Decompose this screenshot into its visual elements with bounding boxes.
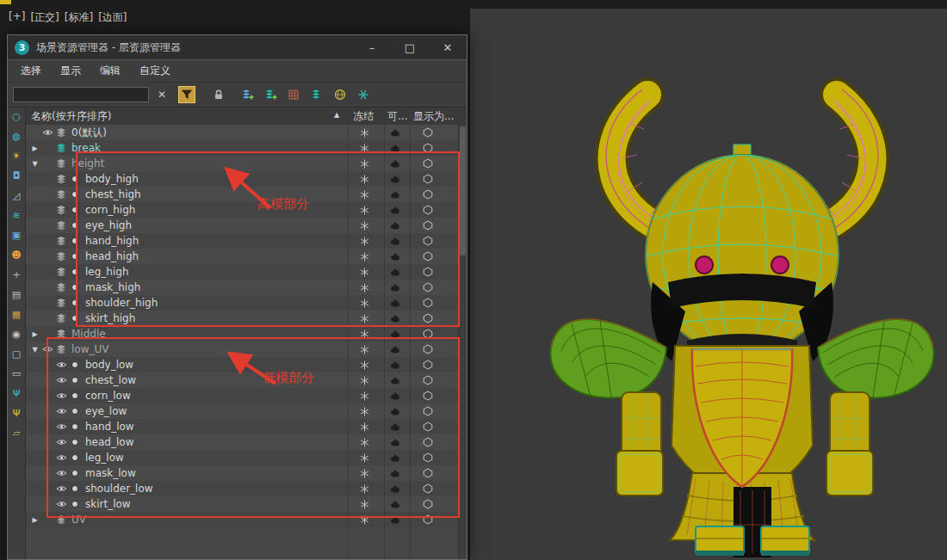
- visibility-eye-icon[interactable]: [54, 360, 68, 369]
- table-row[interactable]: body_high: [26, 171, 458, 187]
- column-header-freeze[interactable]: 冻结: [353, 109, 374, 124]
- freeze-toggle[interactable]: [356, 218, 372, 233]
- table-row[interactable]: ▶UV: [26, 512, 458, 527]
- render-toggle[interactable]: [387, 419, 403, 434]
- display-as-toggle[interactable]: [420, 388, 436, 403]
- visibility-eye-icon[interactable]: [54, 376, 68, 385]
- table-row[interactable]: mask_low: [26, 465, 458, 481]
- freeze-toggle[interactable]: [356, 465, 372, 481]
- display-as-toggle[interactable]: [420, 434, 436, 450]
- viewport-label-segment[interactable]: [标准]: [65, 10, 93, 25]
- display-lights-icon[interactable]: ☀: [9, 150, 23, 163]
- display-materials-icon[interactable]: ▦: [9, 308, 23, 322]
- render-toggle[interactable]: [387, 280, 403, 295]
- close-button[interactable]: ✕: [432, 37, 463, 58]
- table-row[interactable]: eye_high: [26, 218, 458, 233]
- render-toggle[interactable]: [387, 465, 403, 481]
- display-as-toggle[interactable]: [420, 357, 436, 372]
- menu-item[interactable]: 选择: [11, 62, 51, 80]
- visibility-eye-icon[interactable]: [54, 500, 68, 508]
- freeze-toggle[interactable]: [356, 326, 372, 342]
- freeze-toggle[interactable]: [356, 202, 372, 218]
- viewport-label-segment[interactable]: [正交]: [30, 10, 59, 25]
- display-as-toggle[interactable]: [420, 218, 436, 233]
- collapse-arrow-icon[interactable]: ▼: [29, 346, 40, 354]
- table-row[interactable]: ▶break: [26, 140, 458, 156]
- render-toggle[interactable]: [387, 125, 403, 140]
- create-layer-icon[interactable]: [238, 86, 256, 103]
- table-row[interactable]: hand_high: [26, 233, 458, 249]
- freeze-toggle[interactable]: [356, 419, 372, 434]
- display-as-toggle[interactable]: [420, 512, 436, 527]
- menu-item[interactable]: 自定义: [130, 62, 180, 80]
- folder-icon[interactable]: ▱: [9, 427, 23, 440]
- table-row[interactable]: ▶Middle: [26, 326, 458, 342]
- select-layer-objects-icon[interactable]: [308, 86, 325, 103]
- display-as-toggle[interactable]: [420, 372, 436, 388]
- display-as-toggle[interactable]: [420, 465, 436, 481]
- document-icon[interactable]: ▭: [9, 367, 23, 381]
- display-as-toggle[interactable]: [420, 187, 436, 202]
- display-bones-icon[interactable]: ☻: [9, 249, 23, 262]
- render-toggle[interactable]: [387, 202, 403, 218]
- freeze-toggle[interactable]: [356, 156, 372, 171]
- display-as-toggle[interactable]: [420, 280, 436, 295]
- visibility-eye-icon[interactable]: [54, 422, 68, 431]
- shoulder-pad-left[interactable]: [550, 315, 666, 397]
- arm-left[interactable]: [616, 392, 663, 495]
- panel-icon[interactable]: ▢: [9, 348, 23, 361]
- freeze-toggle[interactable]: [356, 403, 372, 419]
- freeze-toggle[interactable]: [356, 388, 372, 403]
- table-row[interactable]: mask_high: [26, 280, 458, 295]
- display-as-toggle[interactable]: [420, 403, 436, 419]
- filter-selected-icon[interactable]: Ψ: [9, 387, 23, 401]
- display-groups-icon[interactable]: ▣: [9, 229, 23, 243]
- display-as-toggle[interactable]: [420, 202, 436, 218]
- render-toggle[interactable]: [387, 187, 403, 202]
- render-toggle[interactable]: [387, 481, 403, 496]
- display-as-toggle[interactable]: [420, 450, 436, 465]
- visibility-eye-icon[interactable]: [40, 128, 54, 137]
- clear-search-icon[interactable]: ✕: [153, 86, 170, 103]
- expand-arrow-icon[interactable]: ▶: [29, 516, 40, 524]
- table-row[interactable]: leg_low: [26, 450, 458, 465]
- render-toggle[interactable]: [387, 295, 403, 311]
- display-as-toggle[interactable]: [420, 233, 436, 249]
- render-toggle[interactable]: [387, 372, 403, 388]
- freeze-toggle[interactable]: [356, 372, 372, 388]
- render-toggle[interactable]: [387, 311, 403, 326]
- freeze-toggle[interactable]: [356, 249, 372, 264]
- menu-item[interactable]: 编辑: [90, 62, 130, 80]
- display-as-toggle[interactable]: [420, 125, 436, 140]
- column-header-render[interactable]: 可...: [387, 109, 407, 124]
- display-as-toggle[interactable]: [420, 295, 436, 311]
- display-none-icon[interactable]: ○: [9, 110, 23, 124]
- remove-from-layer-icon[interactable]: [285, 86, 302, 103]
- window-titlebar[interactable]: 3 场景资源管理器 - 层资源管理器 – □ ✕: [8, 35, 467, 59]
- table-row[interactable]: 0(默认): [26, 125, 458, 140]
- display-geometry-icon[interactable]: ◍: [9, 130, 23, 144]
- freeze-toggle[interactable]: [356, 496, 372, 512]
- render-toggle[interactable]: [387, 140, 403, 156]
- table-row[interactable]: leg_high: [26, 264, 458, 280]
- viewport-label-segment[interactable]: [+]: [9, 10, 25, 25]
- freeze-toggle[interactable]: [356, 280, 372, 295]
- freeze-toggle[interactable]: [356, 357, 372, 372]
- display-spacewarps-icon[interactable]: ≋: [9, 209, 23, 223]
- maximize-button[interactable]: □: [394, 37, 425, 58]
- freeze-toggle[interactable]: [356, 450, 372, 465]
- table-row[interactable]: shoulder_low: [26, 481, 458, 496]
- display-as-toggle[interactable]: [420, 419, 436, 434]
- freeze-toggle[interactable]: [356, 512, 372, 527]
- table-row[interactable]: head_low: [26, 434, 458, 450]
- display-as-toggle[interactable]: [420, 264, 436, 280]
- display-as-toggle[interactable]: [420, 140, 436, 156]
- table-row[interactable]: skirt_low: [26, 496, 458, 512]
- table-row[interactable]: eye_low: [26, 403, 458, 419]
- visibility-eye-icon[interactable]: [54, 469, 68, 477]
- filter-visible-icon[interactable]: Ψ: [9, 407, 23, 421]
- freeze-toggle[interactable]: [356, 171, 372, 187]
- render-toggle[interactable]: [387, 326, 403, 342]
- viewport-label-segment[interactable]: [边面]: [98, 10, 127, 25]
- visibility-eye-icon[interactable]: [54, 407, 68, 415]
